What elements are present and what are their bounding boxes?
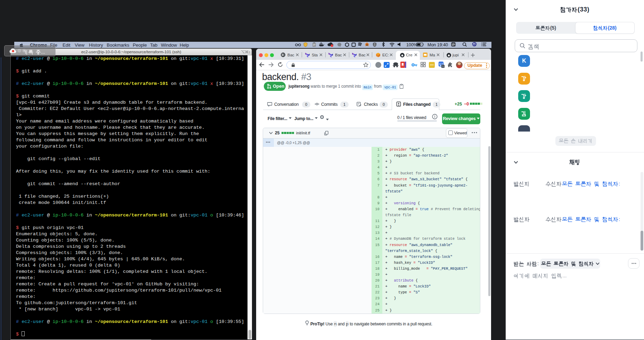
svg-text:1: 1 bbox=[249, 50, 250, 54]
svg-text:1: 1 bbox=[442, 65, 443, 68]
